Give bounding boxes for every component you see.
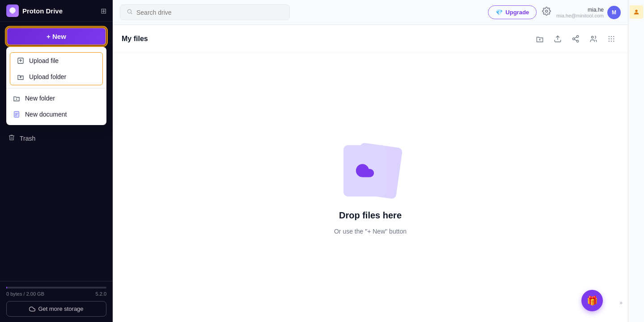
files-header: My files — [113, 25, 628, 53]
svg-line-10 — [574, 39, 576, 41]
svg-point-9 — [576, 40, 579, 42]
brand: Proton Drive — [6, 4, 63, 17]
svg-point-16 — [609, 38, 610, 39]
upload-folder-icon — [17, 73, 25, 80]
user-avatar[interactable]: M — [607, 6, 621, 19]
new-button-container: + New Upload file — [0, 22, 113, 51]
storage-version: 5.2.0 — [96, 291, 106, 297]
trash-icon — [8, 134, 15, 142]
sidebar-item-trash[interactable]: Trash — [4, 130, 109, 146]
brand-logo — [6, 4, 19, 17]
gift-button[interactable]: 🎁 — [581, 290, 603, 311]
upgrade-button[interactable]: 💎 Upgrade — [488, 5, 537, 19]
new-folder-label: New folder — [25, 95, 55, 102]
share-action-button[interactable] — [568, 31, 583, 46]
svg-point-17 — [611, 38, 612, 39]
user-info: mia.he mia.he@minitool.com M — [556, 6, 621, 19]
storage-used: 0 bytes / 2.00 GB — [6, 291, 44, 297]
upload-folder-item[interactable]: Upload folder — [10, 69, 102, 85]
upload-folder-label: Upload folder — [29, 73, 66, 80]
storage-text: 0 bytes / 2.00 GB 5.2.0 — [6, 291, 106, 297]
drop-subtitle: Or use the "+ New" button — [334, 228, 407, 235]
svg-point-21 — [613, 41, 614, 42]
files-actions — [532, 31, 619, 46]
drop-title: Drop files here — [339, 210, 402, 221]
svg-point-4 — [127, 9, 131, 13]
search-icon — [127, 8, 133, 16]
new-document-label: New document — [25, 111, 67, 118]
apps-icon[interactable]: ⊞ — [101, 7, 106, 15]
new-document-item[interactable]: New document — [6, 106, 106, 122]
trash-label: Trash — [20, 135, 35, 142]
svg-point-8 — [572, 38, 575, 40]
manage-members-button[interactable] — [586, 31, 601, 46]
sidebar: Proton Drive ⊞ + New Upload file — [0, 0, 113, 322]
new-folder-item[interactable]: New folder — [6, 90, 106, 106]
svg-rect-1 — [14, 111, 19, 117]
dropdown-divider — [6, 88, 106, 88]
more-options-button[interactable] — [604, 31, 619, 46]
cloud-upload-illustration — [355, 161, 375, 180]
storage-section: 0 bytes / 2.00 GB 5.2.0 Get more storage — [0, 281, 113, 322]
svg-point-5 — [546, 10, 548, 13]
svg-point-18 — [613, 38, 614, 39]
search-input[interactable] — [136, 9, 283, 16]
svg-point-12 — [592, 36, 594, 38]
cloud-icon — [29, 306, 35, 312]
svg-point-22 — [635, 10, 637, 12]
user-name: mia.he — [556, 7, 604, 13]
topbar-right: 💎 Upgrade mia.he mia.he@minitool.com M — [488, 5, 621, 19]
right-panel — [628, 0, 644, 322]
svg-point-7 — [576, 36, 579, 38]
upload-action-button[interactable] — [550, 31, 565, 46]
svg-point-15 — [613, 36, 614, 37]
drop-illustration — [339, 141, 402, 203]
right-panel-active-icon[interactable] — [630, 5, 643, 19]
sidebar-nav: Shared with me Trash — [0, 113, 113, 281]
expand-panel-chevron[interactable]: » — [619, 300, 623, 306]
drop-zone: Drop files here Or use the "+ New" butto… — [113, 53, 628, 322]
new-folder-action-button[interactable] — [532, 31, 547, 46]
storage-bar-fill — [6, 287, 7, 289]
new-document-icon — [13, 111, 21, 118]
svg-point-14 — [611, 36, 612, 37]
brand-title: Proton Drive — [22, 7, 63, 15]
get-more-storage-button[interactable]: Get more storage — [6, 301, 106, 317]
svg-point-19 — [609, 41, 610, 42]
sidebar-header: Proton Drive ⊞ — [0, 0, 113, 22]
storage-bar — [6, 287, 106, 289]
svg-line-11 — [574, 37, 576, 38]
dropdown-menu: Upload file Upload folder — [6, 47, 106, 125]
new-button[interactable]: + New — [6, 27, 106, 46]
topbar: 💎 Upgrade mia.he mia.he@minitool.com M — [113, 0, 628, 25]
upload-file-label: Upload file — [29, 57, 59, 64]
files-title: My files — [122, 35, 148, 43]
search-bar[interactable] — [120, 4, 290, 20]
main-content: 💎 Upgrade mia.he mia.he@minitool.com M M… — [113, 0, 628, 322]
file-card-front — [343, 145, 386, 197]
settings-icon[interactable] — [542, 7, 551, 18]
upgrade-diamond-icon: 💎 — [496, 9, 503, 16]
upload-section: Upload file Upload folder — [10, 52, 103, 85]
user-email: mia.he@minitool.com — [556, 13, 604, 18]
user-text: mia.he mia.he@minitool.com — [556, 7, 604, 18]
upload-file-item[interactable]: Upload file — [10, 53, 102, 69]
svg-point-13 — [609, 36, 610, 37]
svg-point-20 — [611, 41, 612, 42]
upload-file-icon — [17, 57, 25, 64]
new-folder-icon — [13, 95, 21, 102]
